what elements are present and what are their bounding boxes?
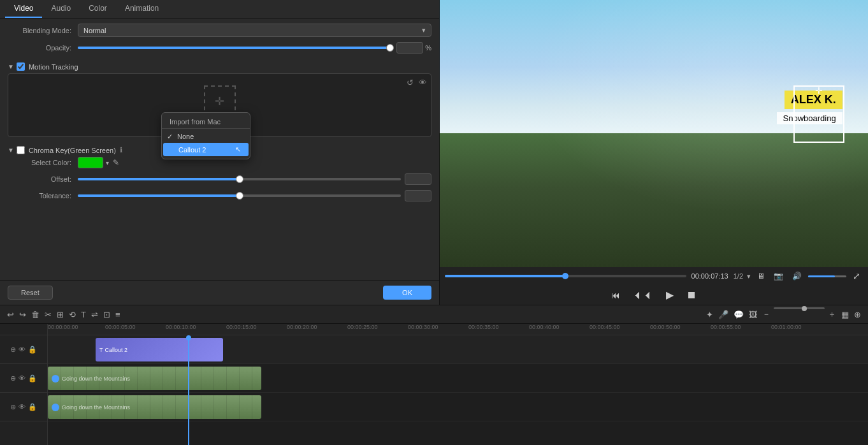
- expand-icon[interactable]: ⤢: [850, 270, 863, 282]
- blending-value: Normal: [83, 27, 106, 34]
- eye-icon[interactable]: 👁: [419, 78, 427, 87]
- track-sidebar-overlay: ⊕ 👁 🔒: [0, 335, 47, 364]
- motion-tracking-checkbox[interactable]: [17, 62, 25, 71]
- timeline-ruler: 00:00:00:00 00:00:05:00 00:00:10:00 00:0…: [48, 324, 868, 335]
- stop-button[interactable]: ⏹: [684, 288, 699, 302]
- volume-icon[interactable]: 🔊: [790, 270, 804, 282]
- left-panel: Video Audio Color Animation Blending Mod…: [0, 0, 440, 305]
- opacity-value-input[interactable]: 100: [396, 42, 423, 54]
- zoom-slider[interactable]: [774, 307, 825, 309]
- clip-callout-label: Callout 2: [105, 347, 128, 353]
- ruler-ts-7: 00:00:35:00: [468, 324, 499, 330]
- ruler-ts-0: 00:00:00:00: [48, 324, 78, 330]
- offset-slider[interactable]: [78, 178, 401, 180]
- tab-animation[interactable]: Animation: [116, 0, 168, 18]
- timeline-tracks-sidebar: ⊕ 👁 🔒 ⊕ 👁 🔒 ⊕ 👁 🔒: [0, 324, 48, 445]
- right-controls: 1/2 ▾ 🖥 📷 🔊 ⤢: [734, 270, 863, 282]
- monitor-icon[interactable]: 🖥: [755, 270, 767, 282]
- ruler-ts-11: 00:00:55:00: [711, 324, 741, 330]
- color-arrow-icon[interactable]: ▾: [106, 159, 109, 166]
- undo-button[interactable]: ↩: [5, 309, 16, 321]
- audio-wave-icon-2: [52, 404, 59, 411]
- offset-value-input[interactable]: 0.0: [405, 173, 431, 185]
- audio-mic-button[interactable]: 🎤: [716, 307, 730, 321]
- chevron-ratio-icon[interactable]: ▾: [747, 272, 751, 281]
- fit-button[interactable]: ⊡: [101, 309, 112, 321]
- tolerance-value-input[interactable]: 50.0: [405, 190, 431, 201]
- track-sidebar-video2: ⊕ 👁 🔒: [0, 393, 47, 421]
- add-icon-3[interactable]: ⊕: [10, 403, 16, 411]
- add-icon-2[interactable]: ⊕: [10, 374, 16, 383]
- right-tools: ✦ 🎤 💬 🖼 － ＋ ▦ ⊕: [704, 307, 863, 321]
- playhead[interactable]: [188, 335, 189, 445]
- motion-tracking-label: Motion Tracking: [29, 63, 78, 71]
- timeline-area: ↩ ↪ 🗑 ✂ ⊞ ⟲ T ⇌ ⊡ ≡ ✦ 🎤 💬 🖼 － ＋ ▦ ⊕: [0, 305, 868, 445]
- lock-icon-3[interactable]: 🔒: [28, 403, 37, 411]
- clip-video1[interactable]: Going down the Mountains: [48, 367, 261, 390]
- tab-video[interactable]: Video: [5, 0, 42, 18]
- clip-video2[interactable]: Going down the Mountains: [48, 395, 261, 419]
- dropdown-item-callout2[interactable]: Callout 2 ↖: [163, 143, 249, 156]
- media-button[interactable]: 🖼: [747, 307, 759, 321]
- opacity-label: Opacity:: [8, 44, 78, 52]
- eye-icon-track-2[interactable]: 👁: [18, 374, 25, 382]
- delete-button[interactable]: 🗑: [29, 309, 41, 321]
- rotate-button[interactable]: ⟲: [67, 309, 78, 321]
- refresh-icon[interactable]: ↺: [407, 78, 414, 87]
- crop-button[interactable]: ⊞: [55, 309, 66, 321]
- chevron-icon: ▼: [8, 63, 14, 70]
- tolerance-slider[interactable]: [78, 194, 401, 197]
- progress-track[interactable]: [445, 275, 686, 277]
- timeline-toolbar: ↩ ↪ 🗑 ✂ ⊞ ⟲ T ⇌ ⊡ ≡ ✦ 🎤 💬 🖼 － ＋ ▦ ⊕: [0, 305, 868, 324]
- track-row-overlay: T Callout 2: [48, 335, 868, 364]
- timeline-main: ⊕ 👁 🔒 ⊕ 👁 🔒 ⊕ 👁 🔒 00:00:00:00 00:00:: [0, 324, 868, 445]
- subtitles-button[interactable]: 💬: [732, 307, 746, 321]
- add-track-button[interactable]: ⊕: [852, 307, 863, 321]
- camera-icon[interactable]: 📷: [771, 270, 786, 282]
- chroma-key-checkbox[interactable]: [17, 146, 25, 154]
- volume-slider[interactable]: [808, 275, 846, 277]
- ok-button[interactable]: OK: [383, 286, 431, 300]
- ruler-ts-12: 00:01:00:00: [771, 324, 802, 330]
- info-icon[interactable]: ℹ: [120, 146, 122, 154]
- audio-wave-icon: [52, 375, 59, 383]
- zoom-out-button[interactable]: －: [760, 307, 772, 321]
- color-swatch[interactable]: [78, 157, 103, 168]
- skip-back-button[interactable]: ⏮: [609, 289, 623, 302]
- eyedropper-icon[interactable]: ✎: [113, 158, 119, 167]
- opacity-slider[interactable]: [78, 47, 390, 49]
- tab-color[interactable]: Color: [80, 0, 116, 18]
- transition-button[interactable]: ⇌: [89, 309, 100, 321]
- tabs-bar: Video Audio Color Animation: [0, 0, 439, 18]
- clip-callout2[interactable]: T Callout 2: [96, 338, 223, 361]
- right-panel: ALEX K. Snowboarding ✛ 00:00:07:13 1/2 ▾…: [440, 0, 868, 305]
- ruler-ts-6: 00:00:30:00: [408, 324, 438, 330]
- chevron-icon-2: ▼: [8, 147, 14, 154]
- lock-icon-2[interactable]: 🔒: [28, 374, 37, 383]
- split-button[interactable]: ≡: [113, 309, 122, 321]
- play-button[interactable]: ▶: [663, 288, 676, 302]
- zoom-in-button[interactable]: ＋: [826, 307, 838, 321]
- blending-dropdown[interactable]: Normal ▾: [78, 24, 431, 37]
- lock-icon[interactable]: 🔒: [28, 346, 37, 354]
- tracking-dropdown-popup: Import from Mac None Callout 2 ↖: [161, 112, 250, 159]
- redo-button[interactable]: ↪: [17, 309, 28, 321]
- grid-button[interactable]: ▦: [839, 307, 851, 321]
- eye-icon-track[interactable]: 👁: [18, 346, 25, 353]
- eye-icon-track-3[interactable]: 👁: [18, 403, 25, 411]
- tab-audio[interactable]: Audio: [42, 0, 80, 18]
- effect-button[interactable]: ✦: [704, 307, 715, 321]
- motion-tracking-header[interactable]: ▼ Motion Tracking: [8, 59, 431, 73]
- add-icon[interactable]: ⊕: [10, 346, 16, 354]
- offset-row: Offset: 0.0: [8, 173, 431, 185]
- cut-button[interactable]: ✂: [43, 309, 54, 321]
- step-back-button[interactable]: ⏴⏴: [630, 288, 656, 302]
- track-sidebar-video1: ⊕ 👁 🔒: [0, 364, 47, 393]
- text-button[interactable]: T: [79, 309, 88, 321]
- dropdown-item-none[interactable]: None: [162, 130, 250, 143]
- motion-tracking-area: ↺ 👁 ✛ Import from Mac None Callo: [8, 73, 431, 137]
- reset-button[interactable]: Reset: [8, 286, 53, 300]
- ruler-ts-3: 00:00:15:00: [226, 324, 257, 330]
- tracking-box[interactable]: ✛: [793, 85, 844, 143]
- track-row-video1: Going down the Mountains: [48, 364, 868, 393]
